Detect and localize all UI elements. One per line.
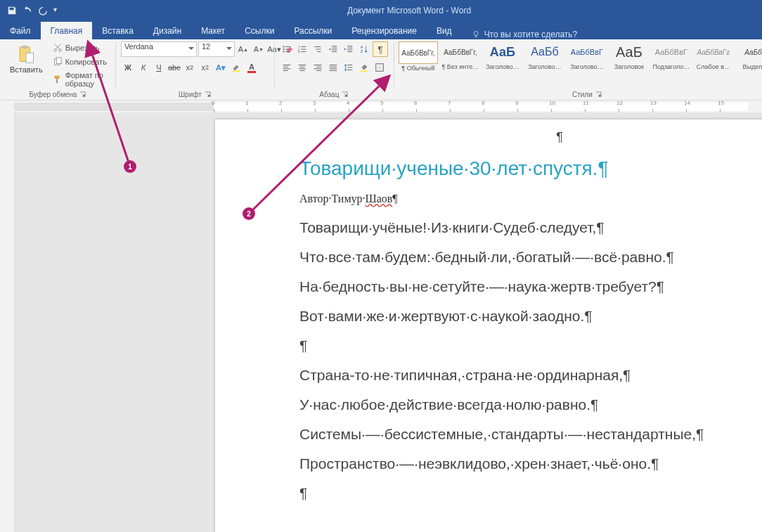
dialog-launcher-icon[interactable] <box>342 91 348 98</box>
group-clipboard: Вставить Вырезать Копировать Формат по о… <box>0 39 115 100</box>
outdent-icon <box>328 44 338 54</box>
bullets-button[interactable] <box>280 42 294 56</box>
svg-point-11 <box>283 51 284 52</box>
tab-Главная[interactable]: Главная <box>41 22 93 39</box>
highlight-button[interactable] <box>229 60 243 74</box>
group-font: Verdana 12 A▲ A▼ Aa▾ Ж К Ч abc x2 x2 A▾ <box>115 39 274 100</box>
highlighter-icon <box>231 63 241 72</box>
align-left-button[interactable] <box>280 60 294 74</box>
vertical-ruler[interactable] <box>0 112 15 532</box>
style-Слабое в…[interactable]: АаБбВвГгСлабое в… <box>695 41 732 70</box>
paragraph-mark: ¶ <box>215 130 762 145</box>
body-line: У·нас·любое·действие·всегда·нолю·равно.¶ <box>299 396 762 413</box>
tab-Дизайн[interactable]: Дизайн <box>143 22 191 39</box>
style-Заголово…[interactable]: АаБбВвГЗаголово… <box>568 41 606 70</box>
font-size-select[interactable]: 12 <box>198 41 235 57</box>
redo-icon[interactable] <box>38 6 48 15</box>
svg-text:A: A <box>361 45 363 49</box>
bullet-list-icon <box>282 44 292 54</box>
svg-text:Z: Z <box>361 49 363 53</box>
grow-font-button[interactable]: A▲ <box>236 42 250 56</box>
document-title: Документ Microsoft Word - Word <box>63 6 755 15</box>
svg-point-0 <box>474 32 478 36</box>
svg-point-10 <box>283 48 284 50</box>
style-Заголовок[interactable]: АаБЗаголовок <box>610 41 648 70</box>
borders-button[interactable] <box>373 60 387 74</box>
ribbon: Вставить Вырезать Копировать Формат по о… <box>0 39 762 100</box>
ribbon-tabs: Файл ГлавнаяВставкаДизайнМакетСсылкиРасс… <box>0 21 762 39</box>
font-color-button[interactable]: A <box>245 60 259 74</box>
tab-Рассылки[interactable]: Рассылки <box>284 22 342 39</box>
pilcrow-icon: ¶ <box>377 44 382 55</box>
brush-icon <box>53 74 63 84</box>
undo-icon[interactable] <box>22 6 32 15</box>
align-right-button[interactable] <box>311 60 325 74</box>
dialog-launcher-icon[interactable] <box>595 91 602 98</box>
svg-point-9 <box>283 46 284 47</box>
superscript-button[interactable]: x2 <box>198 60 212 74</box>
tab-Рецензирование[interactable]: Рецензирование <box>342 22 427 39</box>
numbering-button[interactable]: 123 <box>295 42 309 56</box>
group-styles: АаБбВвГг,¶ ОбычныйАаБбВвГг,¶ Без инте…Аа… <box>394 39 762 100</box>
subscript-button[interactable]: x2 <box>183 60 197 74</box>
indent-icon <box>344 44 354 54</box>
author-line: Автор·Тимур·Шаов¶ <box>299 193 762 205</box>
body-line: ¶ <box>299 485 762 502</box>
svg-point-4 <box>53 49 56 52</box>
paste-icon <box>16 44 36 64</box>
save-icon[interactable] <box>7 6 17 15</box>
text-effects-button[interactable]: A▾ <box>214 60 228 74</box>
style-Подзаголо…[interactable]: АаБбВвГПодзаголо… <box>652 41 690 70</box>
font-family-select[interactable]: Verdana <box>121 41 197 57</box>
style-Заголово…[interactable]: АаБбЗаголово… <box>526 41 564 70</box>
style-Заголово…[interactable]: АаБЗаголово… <box>484 41 522 70</box>
multilevel-list-button[interactable] <box>311 42 325 56</box>
scissors-icon <box>53 43 63 53</box>
sort-button[interactable]: AZ <box>357 42 371 56</box>
tell-me-search[interactable]: Что вы хотите сделать? <box>462 30 578 39</box>
sort-icon: AZ <box>359 44 369 54</box>
tab-Ссылки[interactable]: Ссылки <box>235 22 284 39</box>
svg-rect-7 <box>56 58 61 64</box>
document-heading: Товарищи·ученые·30·лет·спустя.¶ <box>299 157 762 180</box>
justify-button[interactable] <box>326 60 340 74</box>
line-spacing-button[interactable] <box>342 60 356 74</box>
paste-button[interactable]: Вставить <box>6 41 47 77</box>
qat-more-icon[interactable]: ▾ <box>53 6 63 15</box>
style-Выдел…[interactable]: АаБбВВыдел… <box>737 41 762 70</box>
align-center-button[interactable] <box>295 60 309 74</box>
dialog-launcher-icon[interactable] <box>79 91 86 98</box>
style-¶ Без инте…[interactable]: АаБбВвГг,¶ Без инте… <box>441 41 479 70</box>
body-line: На·бедность·вы·не·сетуйте·—·наука·жертв·… <box>299 278 762 295</box>
title-bar: ▾ Документ Microsoft Word - Word <box>0 0 762 21</box>
underline-button[interactable]: Ч <box>152 60 166 74</box>
copy-button[interactable]: Копировать <box>50 56 110 68</box>
bold-button[interactable]: Ж <box>121 60 135 74</box>
italic-button[interactable]: К <box>136 60 150 74</box>
svg-rect-17 <box>361 70 368 72</box>
svg-rect-8 <box>233 70 240 72</box>
document-area[interactable]: ¶ Товарищи·ученые·30·лет·спустя.¶ Автор·… <box>15 112 762 532</box>
shading-button[interactable] <box>357 60 371 74</box>
strikethrough-button[interactable]: abc <box>167 60 181 74</box>
tab-Макет[interactable]: Макет <box>191 22 235 39</box>
shrink-font-button[interactable]: A▼ <box>252 42 266 56</box>
tab-file[interactable]: Файл <box>0 22 41 39</box>
borders-icon <box>375 63 385 72</box>
increase-indent-button[interactable] <box>342 42 356 56</box>
cut-button[interactable]: Вырезать <box>50 41 110 54</box>
dialog-launcher-icon[interactable] <box>205 91 211 98</box>
svg-rect-2 <box>22 46 27 48</box>
svg-text:3: 3 <box>298 50 300 53</box>
svg-point-5 <box>58 49 61 52</box>
tab-Вставка[interactable]: Вставка <box>92 22 143 39</box>
show-paragraph-marks-button[interactable]: ¶ <box>373 41 388 57</box>
tab-Вид[interactable]: Вид <box>427 22 462 39</box>
body-line: Вот·вами·же·и·жертвуют·с·наукой·заодно.¶ <box>299 308 762 325</box>
copy-icon <box>53 57 63 67</box>
multilevel-icon <box>313 44 323 54</box>
styles-gallery[interactable]: АаБбВвГг,¶ ОбычныйАаБбВвГг,¶ Без инте…Аа… <box>399 41 762 72</box>
format-painter-button[interactable]: Формат по образцу <box>50 70 110 89</box>
decrease-indent-button[interactable] <box>326 42 340 56</box>
style-¶ Обычный[interactable]: АаБбВвГг,¶ Обычный <box>399 41 437 72</box>
